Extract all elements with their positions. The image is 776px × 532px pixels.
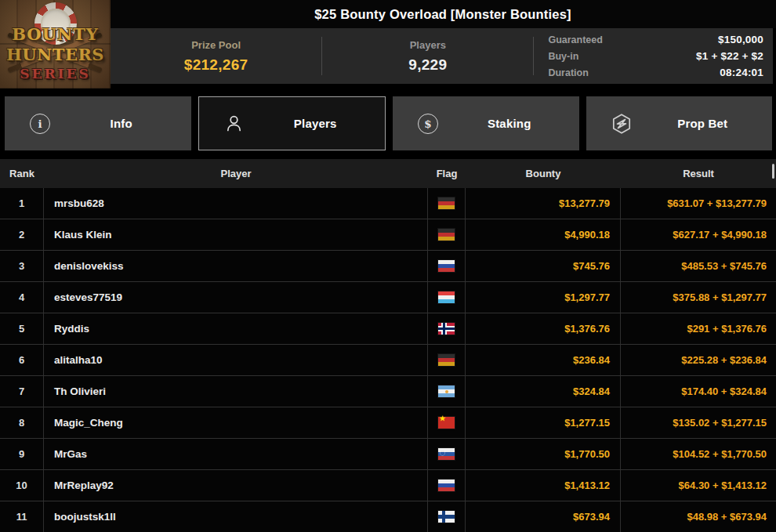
hexagon-bolt-icon <box>610 112 633 136</box>
result-value: $627.17 + $4,990.18 <box>621 219 776 250</box>
player-name: Klaus Klein <box>44 219 428 250</box>
guaranteed-value: $150,000 <box>718 34 763 45</box>
germany-flag-icon <box>438 354 455 366</box>
rank-value: 4 <box>0 282 44 313</box>
slovenia-flag-icon <box>438 448 455 460</box>
table-row[interactable]: 8 Magic_Cheng $1,277.15 $135.02 + $1,277… <box>0 407 776 439</box>
player-name: alitalha10 <box>44 345 428 375</box>
stats-bar: Prize Pool $212,267 Players 9,229 Guaran… <box>111 28 773 84</box>
russia-flag-icon <box>438 480 455 491</box>
table-row[interactable]: 9 MrGas $1,770.50 $104.52 + $1,770.50 <box>0 439 776 470</box>
result-value: $225.28 + $236.84 <box>621 345 776 375</box>
person-icon <box>223 112 246 136</box>
rank-value: 6 <box>0 345 44 375</box>
flag-cell <box>428 251 466 281</box>
table-row[interactable]: 3 denislovekiss $745.76 $485.53 + $745.7… <box>0 251 776 282</box>
column-header-bounty: Bounty <box>466 168 621 179</box>
column-header-flag: Flag <box>428 168 466 179</box>
scrollbar-thumb[interactable] <box>772 164 774 179</box>
tab-prop-bet[interactable]: Prop Bet <box>586 96 773 150</box>
bounty-value: $745.76 <box>466 251 621 281</box>
poker-chip-icon <box>34 2 77 45</box>
players-table: 1 mrsbu628 $13,277.79 $631.07 + $13,277.… <box>0 188 776 532</box>
bounty-value: $236.84 <box>466 345 621 375</box>
result-value: $291 + $1,376.76 <box>621 313 776 344</box>
tournament-title: $25 Bounty Overload [Monster Bounties] <box>110 7 776 22</box>
players-label: Players <box>410 39 446 51</box>
info-icon: i <box>28 112 52 136</box>
bounty-value: $1,277.15 <box>466 407 621 438</box>
flag-cell <box>428 282 466 313</box>
buyin-value: $1 + $22 + $2 <box>696 50 763 62</box>
result-value: $104.52 + $1,770.50 <box>621 439 776 469</box>
flag-cell <box>428 219 466 250</box>
rank-value: 3 <box>0 251 44 281</box>
rifle-icon <box>7 32 103 72</box>
bounty-value: $1,297.77 <box>466 282 621 313</box>
prize-pool-value: $212,267 <box>184 56 248 74</box>
tab-players[interactable]: Players <box>198 96 386 150</box>
rank-value: 2 <box>0 219 44 250</box>
table-row[interactable]: 7 Th Olivieri $324.84 $174.40 + $324.84 <box>0 376 776 407</box>
flag-cell <box>428 376 466 407</box>
detail-row-buyin: Buy-in $1 + $22 + $2 <box>548 50 763 62</box>
rifle-icon <box>7 32 103 72</box>
table-header: Rank Player Flag Bounty Result <box>0 159 776 188</box>
detail-row-duration: Duration 08:24:01 <box>548 67 763 78</box>
rank-value: 10 <box>0 470 44 501</box>
result-value: $135.02 + $1,277.15 <box>621 407 776 438</box>
prize-pool-label: Prize Pool <box>191 39 241 51</box>
tournament-details: Guaranteed $150,000 Buy-in $1 + $22 + $2… <box>534 28 773 84</box>
china-flag-icon <box>438 417 455 429</box>
germany-flag-icon <box>438 229 455 241</box>
column-header-rank: Rank <box>0 168 44 179</box>
player-name: MrReplay92 <box>44 470 428 501</box>
table-row[interactable]: 1 mrsbu628 $13,277.79 $631.07 + $13,277.… <box>0 188 776 219</box>
table-row[interactable]: 6 alitalha10 $236.84 $225.28 + $236.84 <box>0 345 776 376</box>
player-name: Th Olivieri <box>44 376 428 407</box>
player-name: mrsbu628 <box>44 188 428 219</box>
rank-value: 9 <box>0 439 44 469</box>
rank-value: 11 <box>0 501 44 532</box>
player-name: denislovekiss <box>44 251 428 281</box>
dollar-circle-icon: $ <box>416 112 440 136</box>
finland-flag-icon <box>438 511 455 523</box>
bounty-value: $324.84 <box>466 376 621 407</box>
germany-flag-icon <box>438 197 455 209</box>
bounty-value: $4,990.18 <box>466 219 621 250</box>
rank-value: 5 <box>0 313 44 344</box>
player-name: MrGas <box>44 439 428 469</box>
detail-row-guaranteed: Guaranteed $150,000 <box>548 34 763 45</box>
result-value: $375.88 + $1,297.77 <box>621 282 776 313</box>
players-count: 9,229 <box>408 56 447 74</box>
flag-cell <box>428 470 466 501</box>
flag-cell <box>428 188 466 219</box>
players-stat: Players 9,229 <box>322 28 533 84</box>
rank-value: 7 <box>0 376 44 407</box>
result-value: $174.40 + $324.84 <box>621 376 776 407</box>
flag-cell <box>428 501 466 532</box>
rank-value: 8 <box>0 407 44 438</box>
flag-cell <box>428 345 466 375</box>
russia-flag-icon <box>438 260 455 272</box>
column-header-result: Result <box>621 168 776 179</box>
table-row[interactable]: 4 esteves77519 $1,297.77 $375.88 + $1,29… <box>0 282 776 313</box>
table-row[interactable]: 10 MrReplay92 $1,413.12 $64.30 + $1,413.… <box>0 470 776 501</box>
bounty-value: $13,277.79 <box>466 188 621 219</box>
result-value: $64.30 + $1,413.12 <box>621 470 776 501</box>
bounty-value: $1,413.12 <box>466 470 621 501</box>
player-name: boojustsk1ll <box>44 501 428 532</box>
result-value: $631.07 + $13,277.79 <box>621 188 776 219</box>
bounty-value: $673.94 <box>466 501 621 532</box>
flag-cell <box>428 407 466 438</box>
player-name: esteves77519 <box>44 282 428 313</box>
table-row[interactable]: 11 boojustsk1ll $673.94 $48.98 + $673.94 <box>0 501 776 532</box>
bounty-hunters-series-logo: BOUNTY HUNTERS SERIES <box>0 0 111 89</box>
tab-staking[interactable]: $ Staking <box>393 96 579 150</box>
tab-info[interactable]: i Info <box>5 96 191 150</box>
table-row[interactable]: 5 Ryddis $1,376.76 $291 + $1,376.76 <box>0 313 776 345</box>
rank-value: 1 <box>0 188 44 219</box>
column-header-player: Player <box>44 168 428 179</box>
table-row[interactable]: 2 Klaus Klein $4,990.18 $627.17 + $4,990… <box>0 219 776 251</box>
luxembourg-flag-icon <box>438 291 455 303</box>
